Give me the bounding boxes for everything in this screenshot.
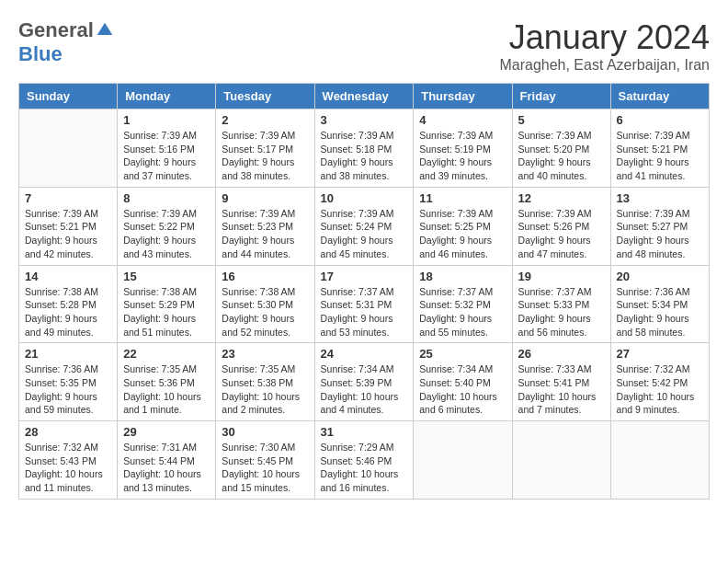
day-info: Sunrise: 7:37 AMSunset: 5:33 PMDaylight:… xyxy=(518,285,605,339)
table-row: 14Sunrise: 7:38 AMSunset: 5:28 PMDayligh… xyxy=(19,265,118,343)
day-number: 6 xyxy=(617,113,703,127)
day-info: Sunrise: 7:34 AMSunset: 5:40 PMDaylight:… xyxy=(419,362,506,417)
calendar-week-row: 1Sunrise: 7:39 AMSunset: 5:16 PMDaylight… xyxy=(19,109,710,188)
table-row: 8Sunrise: 7:39 AMSunset: 5:22 PMDaylight… xyxy=(118,187,216,265)
day-number: 5 xyxy=(518,113,605,127)
day-info: Sunrise: 7:39 AMSunset: 5:16 PMDaylight:… xyxy=(123,129,210,183)
svg-marker-0 xyxy=(97,23,113,35)
table-row: 24Sunrise: 7:34 AMSunset: 5:39 PMDayligh… xyxy=(314,343,414,421)
day-info: Sunrise: 7:39 AMSunset: 5:26 PMDaylight:… xyxy=(518,207,605,261)
day-number: 20 xyxy=(617,270,703,283)
table-row: 22Sunrise: 7:35 AMSunset: 5:36 PMDayligh… xyxy=(118,343,216,421)
table-row: 16Sunrise: 7:38 AMSunset: 5:30 PMDayligh… xyxy=(216,265,314,343)
header-saturday: Saturday xyxy=(610,84,709,109)
day-info: Sunrise: 7:39 AMSunset: 5:18 PMDaylight:… xyxy=(321,129,408,183)
day-number: 10 xyxy=(321,191,408,205)
day-number: 12 xyxy=(518,191,605,205)
table-row: 2Sunrise: 7:39 AMSunset: 5:17 PMDaylight… xyxy=(216,109,314,188)
header-thursday: Thursday xyxy=(414,84,512,109)
day-number: 17 xyxy=(321,270,408,283)
day-number: 25 xyxy=(419,347,506,361)
day-number: 16 xyxy=(222,270,308,283)
table-row: 31Sunrise: 7:29 AMSunset: 5:46 PMDayligh… xyxy=(314,421,414,500)
logo-icon xyxy=(96,21,114,40)
table-row: 11Sunrise: 7:39 AMSunset: 5:25 PMDayligh… xyxy=(414,187,512,265)
day-number: 11 xyxy=(419,191,506,205)
table-row: 28Sunrise: 7:32 AMSunset: 5:43 PMDayligh… xyxy=(19,421,118,500)
day-number: 14 xyxy=(25,270,111,283)
day-info: Sunrise: 7:39 AMSunset: 5:19 PMDaylight:… xyxy=(419,129,506,183)
day-number: 8 xyxy=(123,191,210,205)
day-number: 21 xyxy=(25,347,111,361)
table-row: 29Sunrise: 7:31 AMSunset: 5:44 PMDayligh… xyxy=(118,421,216,500)
table-row: 12Sunrise: 7:39 AMSunset: 5:26 PMDayligh… xyxy=(512,187,610,265)
day-info: Sunrise: 7:32 AMSunset: 5:43 PMDaylight:… xyxy=(25,441,111,495)
day-number: 27 xyxy=(617,347,703,361)
calendar-week-row: 28Sunrise: 7:32 AMSunset: 5:43 PMDayligh… xyxy=(19,421,710,500)
table-row: 9Sunrise: 7:39 AMSunset: 5:23 PMDaylight… xyxy=(216,187,314,265)
day-info: Sunrise: 7:35 AMSunset: 5:38 PMDaylight:… xyxy=(222,362,308,417)
table-row: 6Sunrise: 7:39 AMSunset: 5:21 PMDaylight… xyxy=(610,109,709,188)
table-row: 4Sunrise: 7:39 AMSunset: 5:19 PMDaylight… xyxy=(414,109,512,188)
day-info: Sunrise: 7:35 AMSunset: 5:36 PMDaylight:… xyxy=(123,362,210,417)
day-info: Sunrise: 7:39 AMSunset: 5:27 PMDaylight:… xyxy=(617,207,703,261)
table-row: 30Sunrise: 7:30 AMSunset: 5:45 PMDayligh… xyxy=(216,421,314,500)
day-info: Sunrise: 7:37 AMSunset: 5:32 PMDaylight:… xyxy=(419,285,506,339)
day-info: Sunrise: 7:39 AMSunset: 5:21 PMDaylight:… xyxy=(25,207,111,261)
day-number: 26 xyxy=(518,347,605,361)
logo-general-text: General xyxy=(18,18,94,42)
calendar-week-row: 21Sunrise: 7:36 AMSunset: 5:35 PMDayligh… xyxy=(19,343,710,421)
table-row xyxy=(512,421,610,500)
day-number: 22 xyxy=(123,347,210,361)
day-info: Sunrise: 7:39 AMSunset: 5:22 PMDaylight:… xyxy=(123,207,210,261)
header-wednesday: Wednesday xyxy=(314,84,414,109)
table-row: 23Sunrise: 7:35 AMSunset: 5:38 PMDayligh… xyxy=(216,343,314,421)
table-row: 13Sunrise: 7:39 AMSunset: 5:27 PMDayligh… xyxy=(610,187,709,265)
day-info: Sunrise: 7:39 AMSunset: 5:23 PMDaylight:… xyxy=(222,207,308,261)
header-monday: Monday xyxy=(118,84,216,109)
day-number: 2 xyxy=(222,113,308,127)
logo-blue-text: Blue xyxy=(18,42,63,65)
calendar-header-row: Sunday Monday Tuesday Wednesday Thursday… xyxy=(19,84,710,109)
day-info: Sunrise: 7:37 AMSunset: 5:31 PMDaylight:… xyxy=(321,285,408,339)
header-friday: Friday xyxy=(512,84,610,109)
day-info: Sunrise: 7:32 AMSunset: 5:42 PMDaylight:… xyxy=(617,362,703,417)
day-number: 28 xyxy=(25,425,111,439)
table-row xyxy=(414,421,512,500)
location-title: Maragheh, East Azerbaijan, Iran xyxy=(499,57,710,74)
day-number: 7 xyxy=(25,191,111,205)
table-row: 20Sunrise: 7:36 AMSunset: 5:34 PMDayligh… xyxy=(610,265,709,343)
logo: General Blue xyxy=(18,18,114,66)
day-number: 30 xyxy=(222,425,308,439)
table-row: 26Sunrise: 7:33 AMSunset: 5:41 PMDayligh… xyxy=(512,343,610,421)
day-number: 1 xyxy=(123,113,210,127)
page-header: General Blue January 2024 Maragheh, East… xyxy=(18,18,710,74)
calendar-table: Sunday Monday Tuesday Wednesday Thursday… xyxy=(18,83,710,500)
table-row: 7Sunrise: 7:39 AMSunset: 5:21 PMDaylight… xyxy=(19,187,118,265)
table-row: 25Sunrise: 7:34 AMSunset: 5:40 PMDayligh… xyxy=(414,343,512,421)
day-number: 23 xyxy=(222,347,308,361)
day-info: Sunrise: 7:39 AMSunset: 5:21 PMDaylight:… xyxy=(617,129,703,183)
day-info: Sunrise: 7:31 AMSunset: 5:44 PMDaylight:… xyxy=(123,441,210,495)
day-number: 3 xyxy=(321,113,408,127)
day-info: Sunrise: 7:36 AMSunset: 5:34 PMDaylight:… xyxy=(617,285,703,339)
day-info: Sunrise: 7:36 AMSunset: 5:35 PMDaylight:… xyxy=(25,362,111,417)
day-number: 19 xyxy=(518,270,605,283)
table-row: 5Sunrise: 7:39 AMSunset: 5:20 PMDaylight… xyxy=(512,109,610,188)
day-info: Sunrise: 7:38 AMSunset: 5:28 PMDaylight:… xyxy=(25,285,111,339)
header-tuesday: Tuesday xyxy=(216,84,314,109)
header-sunday: Sunday xyxy=(19,84,118,109)
table-row xyxy=(19,109,118,188)
day-info: Sunrise: 7:30 AMSunset: 5:45 PMDaylight:… xyxy=(222,441,308,495)
day-number: 24 xyxy=(321,347,408,361)
table-row: 21Sunrise: 7:36 AMSunset: 5:35 PMDayligh… xyxy=(19,343,118,421)
table-row: 17Sunrise: 7:37 AMSunset: 5:31 PMDayligh… xyxy=(314,265,414,343)
day-info: Sunrise: 7:29 AMSunset: 5:46 PMDaylight:… xyxy=(321,441,408,495)
month-title: January 2024 xyxy=(499,18,710,57)
table-row: 15Sunrise: 7:38 AMSunset: 5:29 PMDayligh… xyxy=(118,265,216,343)
table-row: 18Sunrise: 7:37 AMSunset: 5:32 PMDayligh… xyxy=(414,265,512,343)
table-row: 10Sunrise: 7:39 AMSunset: 5:24 PMDayligh… xyxy=(314,187,414,265)
day-number: 18 xyxy=(419,270,506,283)
table-row: 3Sunrise: 7:39 AMSunset: 5:18 PMDaylight… xyxy=(314,109,414,188)
day-info: Sunrise: 7:39 AMSunset: 5:24 PMDaylight:… xyxy=(321,207,408,261)
